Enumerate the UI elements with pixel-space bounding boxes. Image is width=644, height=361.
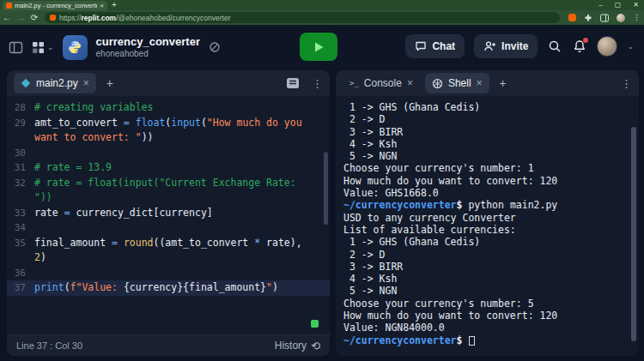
terminal-output[interactable]: 1 -> GHS (Ghana Cedis) 2 -> D 3 -> BIRR … bbox=[336, 96, 639, 346]
url-input[interactable]: https://replit.com/@ehoneahobed/currency… bbox=[45, 12, 560, 23]
terminal-line: 4 -> Ksh bbox=[343, 138, 639, 150]
file-tab-main2py[interactable]: main2.py × bbox=[14, 73, 96, 93]
code-line[interactable]: 33rate = currency_dict[currency] bbox=[7, 206, 330, 221]
terminal-line: 3 -> BIRR bbox=[343, 126, 639, 138]
chevron-down-icon: ⌄ bbox=[47, 43, 54, 51]
code-line[interactable]: 30 bbox=[7, 146, 330, 161]
account-chevron-icon[interactable]: ⌄ bbox=[627, 42, 634, 51]
shell-tab-label: Shell bbox=[448, 77, 471, 89]
project-title[interactable]: currency_converter bbox=[96, 36, 200, 49]
url-text: https://replit.com/@ehoneahobed/currency… bbox=[59, 14, 231, 22]
tab-shell[interactable]: Shell × bbox=[425, 73, 489, 93]
invite-button[interactable]: Invite bbox=[474, 34, 538, 58]
new-file-tab-button[interactable]: + bbox=[106, 76, 113, 90]
project-owner[interactable]: ehoneahobed bbox=[96, 49, 200, 59]
line-number bbox=[7, 130, 34, 146]
extensions-puzzle-icon[interactable] bbox=[584, 14, 592, 22]
line-number: 37 bbox=[7, 280, 34, 296]
terminal-line: Value: NGN84000.0 bbox=[343, 322, 639, 334]
line-number: 29 bbox=[7, 116, 34, 131]
tab-close-icon[interactable]: × bbox=[100, 3, 104, 9]
editor-scrollbar[interactable] bbox=[324, 152, 328, 225]
code-line[interactable]: 29amt_to_convert = float(input("How much… bbox=[7, 116, 330, 131]
workspace-grid-icon[interactable]: ⌄ bbox=[32, 41, 54, 54]
shell-icon bbox=[432, 78, 443, 89]
code-line[interactable]: 36 bbox=[7, 266, 330, 281]
file-tab-close-icon[interactable]: × bbox=[83, 77, 89, 89]
code-line[interactable]: ")) bbox=[7, 190, 330, 206]
python-file-icon bbox=[21, 78, 31, 88]
forward-icon[interactable]: → bbox=[14, 10, 27, 25]
line-number: 30 bbox=[7, 146, 34, 161]
line-number: 35 bbox=[7, 236, 34, 251]
url-domain: replit.com bbox=[82, 14, 117, 22]
window-close-button[interactable]: ✕ bbox=[633, 0, 639, 10]
invite-person-icon bbox=[483, 40, 496, 52]
code-line[interactable]: want to convert: ")) bbox=[7, 130, 330, 146]
editor-pane: main2.py × + ⋮ 28# creating variables29a… bbox=[7, 70, 330, 356]
terminal-line: USD to any currency Converter bbox=[343, 212, 639, 224]
pinned-extension-icon[interactable] bbox=[568, 14, 576, 21]
new-console-tab-button[interactable]: + bbox=[500, 76, 507, 90]
side-panel-icon[interactable] bbox=[600, 14, 609, 22]
reload-icon[interactable]: ⟳ bbox=[27, 10, 41, 25]
terminal-cursor[interactable] bbox=[469, 336, 475, 346]
line-number bbox=[7, 250, 34, 266]
terminal-line: ~/currencyconverter$ bbox=[343, 334, 639, 346]
terminal-line: 2 -> D bbox=[343, 249, 639, 261]
line-number: 32 bbox=[7, 176, 34, 191]
chat-button[interactable]: Chat bbox=[405, 34, 465, 58]
new-tab-button[interactable]: + bbox=[112, 0, 117, 9]
shell-tab-close-icon[interactable]: × bbox=[477, 77, 483, 89]
site-favicon-icon bbox=[50, 15, 56, 21]
notification-badge bbox=[583, 38, 588, 43]
tab-console[interactable]: >_ Console × bbox=[343, 73, 420, 93]
notifications-bell-icon[interactable] bbox=[572, 39, 587, 53]
replit-header: ⌄ currency_converter ehoneahobed Chat In… bbox=[0, 25, 644, 69]
chat-icon bbox=[415, 40, 427, 52]
search-icon[interactable] bbox=[547, 39, 562, 53]
code-line[interactable]: 32# rate = float(input("Current Exchange… bbox=[7, 176, 330, 191]
line-number: 33 bbox=[7, 206, 34, 221]
code-line[interactable]: 31# rate = 13.9 bbox=[7, 160, 330, 176]
code-line[interactable]: 35final_amount = round((amt_to_convert *… bbox=[7, 236, 330, 251]
terminal-line: ~/currencyconverter$ python main2.py bbox=[343, 199, 639, 211]
console-tab-close-icon[interactable]: × bbox=[407, 77, 413, 89]
terminal-scrollbar[interactable] bbox=[631, 127, 636, 341]
terminal-line: Choose your currency's number: 1 bbox=[343, 162, 639, 174]
code-line[interactable]: 37print(f"Value: {currency}{final_amount… bbox=[7, 280, 330, 296]
terminal-line: How much do you want to convert: 120 bbox=[343, 175, 639, 187]
run-button[interactable] bbox=[300, 33, 337, 61]
sidebar-toggle-icon[interactable] bbox=[9, 40, 23, 55]
sync-status-icon bbox=[209, 41, 221, 53]
history-button[interactable]: History ⟲ bbox=[275, 340, 320, 352]
code-line[interactable]: 34 bbox=[7, 220, 330, 236]
terminal-line: How much do you want to convert: 120 bbox=[343, 310, 639, 322]
back-icon[interactable]: ← bbox=[0, 10, 14, 25]
window-minimize-button[interactable]: – bbox=[598, 0, 602, 10]
browser-profile-avatar[interactable] bbox=[617, 14, 625, 22]
editor-layout-icon[interactable] bbox=[286, 77, 300, 89]
console-menu-icon[interactable]: ⋮ bbox=[621, 77, 632, 90]
window-maximize-button[interactable]: ▢ bbox=[615, 0, 622, 10]
code-lines[interactable]: 28# creating variables29amt_to_convert =… bbox=[7, 96, 330, 296]
editor-status-bar: Line 37 : Col 30 History ⟲ bbox=[7, 334, 330, 356]
code-line[interactable]: 2) bbox=[7, 250, 330, 266]
terminal-line: 4 -> Ksh bbox=[343, 273, 639, 285]
terminal-line: Value: GHS1668.0 bbox=[343, 187, 639, 199]
line-number: 28 bbox=[7, 100, 34, 116]
terminal-line: 3 -> BIRR bbox=[343, 261, 639, 273]
editor-tab-bar: main2.py × + ⋮ bbox=[7, 70, 330, 96]
terminal-line: 2 -> D bbox=[343, 113, 639, 125]
terminal-line: 1 -> GHS (Ghana Cedis) bbox=[343, 236, 639, 248]
status-indicator-green bbox=[311, 320, 319, 328]
user-avatar[interactable] bbox=[597, 36, 617, 57]
history-icon: ⟲ bbox=[311, 340, 320, 352]
invite-label: Invite bbox=[501, 40, 528, 52]
file-tab-label: main2.py bbox=[36, 77, 78, 89]
browser-tab[interactable]: main2.py - currency_converter × bbox=[3, 1, 107, 10]
terminal-line: List of available currencies: bbox=[343, 224, 639, 236]
code-line[interactable]: 28# creating variables bbox=[7, 100, 330, 116]
browser-menu-icon[interactable]: ⋮ bbox=[633, 14, 641, 21]
editor-menu-icon[interactable]: ⋮ bbox=[312, 77, 323, 90]
